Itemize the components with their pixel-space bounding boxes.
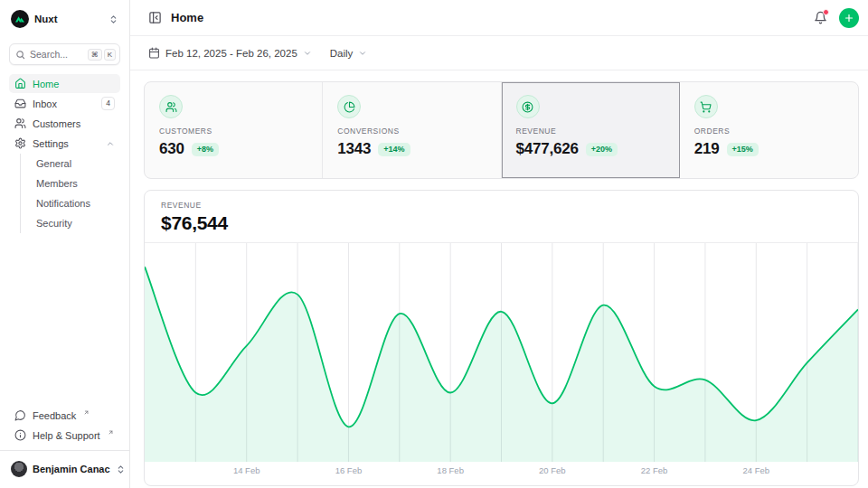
stat-value: $477,626 [516,140,579,158]
x-axis-tick-label: 18 Feb [437,465,464,475]
users-icon [159,95,183,118]
search-placeholder: Search... [30,49,83,60]
sidebar-item-notifications[interactable]: Notifications [21,193,120,213]
sidebar-item-label: Inbox [33,99,57,109]
page-title: Home [171,11,203,24]
sidebar-item-members[interactable]: Members [21,174,120,193]
search-icon [15,50,25,60]
cart-icon [694,95,718,118]
user-menu[interactable]: Benjamin Canac [9,456,120,483]
chevron-down-icon [358,49,367,58]
search-input[interactable]: Search... ⌘ K [9,43,120,65]
sidebar-item-label: Customers [33,118,80,129]
stat-delta-badge: +8% [192,143,219,156]
stat-card-customers[interactable]: CUSTOMERS 630 +8% [145,82,323,178]
sidebar-item-general[interactable]: General [21,154,120,174]
notifications-button[interactable] [814,11,827,24]
search-shortcut: ⌘ K [88,49,116,61]
message-bubble-icon [14,409,26,421]
chevron-down-icon [303,49,312,58]
revenue-area-chart-svg [145,243,858,462]
plus-icon [844,13,854,23]
users-icon [14,117,26,129]
main-content: Home Feb 12, 2025 - Feb 26, 2025 [130,0,868,488]
sidebar-subitem-label: Notifications [36,198,90,209]
granularity-select[interactable]: Daily [330,48,368,59]
help-support-link[interactable]: Help & Support [9,426,120,445]
pie-chart-icon [337,95,361,118]
filter-toolbar: Feb 12, 2025 - Feb 26, 2025 Daily [130,36,868,70]
workspace-switcher[interactable]: Nuxt [9,9,120,29]
inbox-count-badge: 4 [101,97,115,109]
stat-label: ORDERS [694,127,844,136]
chart-title: REVENUE [161,201,842,210]
stat-delta-badge: +14% [378,143,410,156]
stat-label: CONVERSIONS [337,127,486,136]
kbd-meta: ⌘ [88,49,102,61]
sidebar-item-label: Feedback [33,410,76,421]
settings-subnav: General Members Notifications Security [20,154,120,233]
external-link-icon [108,429,114,436]
stat-value: 1343 [337,140,371,158]
kbd-key: K [104,49,116,61]
chevron-up-icon [106,139,115,148]
stat-card-orders[interactable]: ORDERS 219 +15% [680,82,858,178]
gear-icon [14,137,26,149]
stat-delta-badge: +15% [727,143,759,156]
stat-card-revenue[interactable]: REVENUE $477,626 +20% [502,82,680,178]
sidebar-item-label: Home [33,79,59,89]
x-axis-tick-label: 14 Feb [233,465,260,475]
feedback-link[interactable]: Feedback [9,406,120,425]
sidebar-item-label: Help & Support [33,430,100,441]
sidebar-collapse-button[interactable] [148,11,162,24]
stats-row: CUSTOMERS 630 +8% CONVERSIONS 1343 +14% [144,81,859,179]
revenue-chart-card: REVENUE $76,544 14 Feb16 Feb18 Feb20 Feb… [144,190,859,486]
inbox-icon [14,98,26,109]
calendar-icon [148,47,160,59]
x-axis-tick-label: 20 Feb [539,465,566,475]
sidebar-subitem-label: Security [36,218,72,229]
house-icon [14,78,26,89]
sidebar: Nuxt Search... ⌘ K Home [0,0,130,488]
dollar-circle-icon [516,95,540,118]
sidebar-footer: Feedback Help & Support Benjamin Canac [9,406,120,483]
revenue-area-chart[interactable] [145,242,858,462]
chevrons-up-down-icon [116,465,126,474]
avatar [11,461,27,477]
chart-total-value: $76,544 [161,212,842,234]
sidebar-nav: Home Inbox 4 Customers Settings [9,74,120,233]
workspace-name: Nuxt [34,14,103,24]
unread-notification-dot [823,9,829,15]
stat-label: REVENUE [516,127,665,136]
stat-label: CUSTOMERS [159,127,307,136]
stat-card-conversions[interactable]: CONVERSIONS 1343 +14% [323,82,501,178]
divider [0,450,129,451]
sidebar-item-settings[interactable]: Settings [9,134,120,153]
nuxt-logo-icon [11,10,29,28]
external-link-icon [83,409,90,416]
granularity-label: Daily [330,48,354,59]
sidebar-item-home[interactable]: Home [9,74,120,93]
stat-value: 630 [159,140,184,158]
date-range-picker[interactable]: Feb 12, 2025 - Feb 26, 2025 [148,47,312,59]
new-item-button[interactable] [839,8,859,28]
top-bar-actions [814,8,859,28]
sidebar-item-label: Settings [33,138,69,149]
top-bar: Home [130,0,868,36]
x-axis-tick-label: 24 Feb [742,465,769,475]
user-name: Benjamin Canac [33,464,110,474]
info-circle-icon [14,429,26,441]
x-axis-labels: 14 Feb16 Feb18 Feb20 Feb22 Feb24 Feb [145,462,858,480]
x-axis-tick-label: 16 Feb [335,465,363,475]
chart-header: REVENUE $76,544 [145,191,858,242]
x-axis-tick-label: 22 Feb [641,465,668,475]
sidebar-subitem-label: General [36,158,71,169]
chevrons-up-down-icon [108,14,118,24]
sidebar-item-customers[interactable]: Customers [9,114,120,133]
sidebar-subitem-label: Members [36,178,78,189]
stat-delta-badge: +20% [586,143,618,156]
app-window: Nuxt Search... ⌘ K Home [0,0,868,488]
sidebar-item-inbox[interactable]: Inbox 4 [9,94,120,113]
sidebar-item-security[interactable]: Security [21,213,120,233]
stat-value: 219 [694,140,720,158]
